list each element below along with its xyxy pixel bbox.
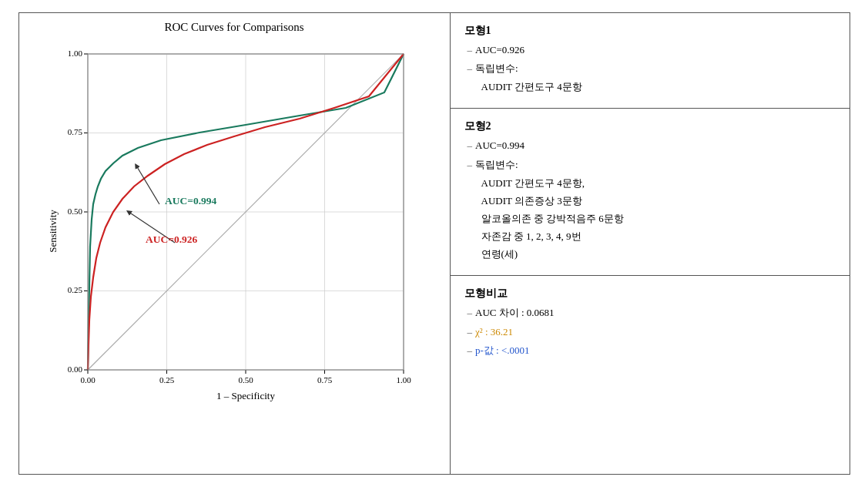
right-panel: 모형1 –AUC=0.926 –독립변수: AUDIT 간편도구 4문항 모형2…: [451, 13, 850, 474]
svg-text:Sensitivity: Sensitivity: [47, 210, 59, 253]
svg-text:0.50: 0.50: [68, 207, 83, 216]
dash6: –: [468, 326, 473, 338]
dash7: –: [468, 344, 473, 356]
dash4: –: [468, 159, 473, 170]
model1-section: 모형1 –AUC=0.926 –독립변수: AUDIT 간편도구 4문항: [451, 13, 850, 109]
svg-text:0.75: 0.75: [68, 127, 83, 136]
model2-auc: –AUC=0.994: [464, 138, 836, 153]
comparison-title: 모형비교: [464, 287, 836, 301]
svg-text:0.00: 0.00: [80, 375, 96, 385]
svg-text:0.00: 0.00: [68, 364, 83, 374]
model2-indep-line2: AUDIT 의존증상 3문항: [464, 193, 836, 209]
svg-text:1.00: 1.00: [68, 49, 83, 58]
model2-indep-line1: AUDIT 간편도구 4문항,: [464, 176, 836, 191]
model1-title: 모형1: [464, 24, 836, 38]
svg-text:AUC=0.994: AUC=0.994: [165, 195, 217, 207]
svg-text:1.00: 1.00: [396, 375, 411, 385]
chart-svg: Sensitivity: [45, 39, 423, 416]
comparison-pval: –p-값 : <.0001: [464, 343, 836, 358]
comparison-chi2: –χ² : 36.21: [464, 324, 836, 340]
chart-title: ROC Curves for Comparisons: [164, 21, 303, 34]
model1-indep-label: –독립변수:: [464, 61, 836, 76]
model2-title: 모형2: [464, 119, 836, 133]
chart-area: ROC Curves for Comparisons Sensitivity: [19, 13, 451, 474]
model1-auc: –AUC=0.926: [464, 42, 836, 58]
model2-indep-label: –독립변수:: [464, 157, 836, 173]
svg-text:0.25: 0.25: [159, 375, 175, 385]
dash2: –: [468, 62, 473, 74]
dash1: –: [468, 44, 473, 55]
model2-section: 모형2 –AUC=0.994 –독립변수: AUDIT 간편도구 4문항, AU…: [451, 109, 850, 276]
model1-indep-value: AUDIT 간편도구 4문항: [464, 79, 836, 95]
chart-inner: Sensitivity: [45, 39, 423, 416]
svg-text:1 – Specificity: 1 – Specificity: [216, 390, 275, 401]
main-container: ROC Curves for Comparisons Sensitivity: [18, 12, 850, 475]
svg-text:0.25: 0.25: [68, 285, 83, 294]
comparison-auc-diff: –AUC 차이 : 0.0681: [464, 305, 836, 321]
comparison-section: 모형비교 –AUC 차이 : 0.0681 –χ² : 36.21 –p-값 :…: [451, 276, 850, 474]
dash3: –: [468, 139, 473, 151]
svg-text:0.75: 0.75: [317, 375, 333, 385]
svg-text:AUC=0.926: AUC=0.926: [146, 233, 198, 245]
svg-text:0.50: 0.50: [238, 375, 253, 385]
dash5: –: [468, 307, 473, 318]
model2-indep-line5: 연령(세): [464, 247, 836, 262]
model2-indep-line4: 자존감 중 1, 2, 3, 4, 9번: [464, 229, 836, 244]
model2-indep-line3: 알코올의존 중 강박적음주 6문항: [464, 211, 836, 227]
